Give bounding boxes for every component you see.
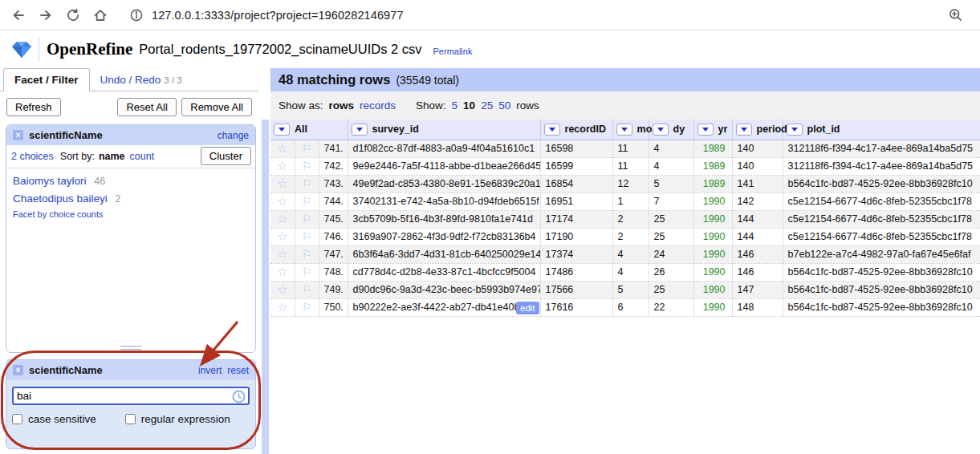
cell-plot-id[interactable]: 312118f6-f394-4c17-a4ee-869a14ba5d75 bbox=[783, 140, 980, 157]
cell-dy[interactable]: 5 bbox=[649, 175, 693, 193]
cluster-button[interactable]: Cluster bbox=[201, 147, 251, 165]
cell-recordid[interactable]: 17174 bbox=[540, 210, 612, 228]
flag-cell[interactable]: ⚐ bbox=[295, 193, 319, 210]
forward-icon[interactable] bbox=[32, 3, 59, 27]
cell-mo[interactable]: 6 bbox=[612, 298, 649, 316]
sort-name-option[interactable]: name bbox=[99, 151, 125, 162]
show-as-rows-option[interactable]: rows bbox=[329, 99, 355, 111]
cell-period[interactable]: 144 bbox=[732, 210, 783, 228]
cell-mo[interactable]: 2 bbox=[612, 228, 649, 245]
choice-link[interactable]: Chaetodipus baileyi bbox=[13, 193, 108, 205]
reset-all-button[interactable]: Reset All bbox=[117, 98, 176, 116]
cell-recordid[interactable]: 17486 bbox=[540, 263, 612, 281]
case-sensitive-option[interactable]: case sensitive bbox=[12, 413, 96, 425]
flag-cell[interactable]: ⚐ bbox=[295, 281, 319, 298]
cell-yr[interactable]: 1990 bbox=[693, 298, 732, 316]
page-size-10-selected[interactable]: 10 bbox=[463, 99, 475, 111]
cell-plot-id[interactable]: b564c1fc-bd87-4525-92ee-8bb36928fc10 bbox=[783, 263, 980, 281]
cell-survey-id[interactable]: d1f082cc-87df-4883-a0a9-4f04a51610c1 bbox=[348, 140, 540, 157]
cell-recordid[interactable]: 17566 bbox=[540, 281, 612, 298]
cell-survey-id[interactable]: 49e9f2ad-c853-4380-8e91-15e6839c20a1 bbox=[348, 175, 540, 193]
flag-cell[interactable]: ⚐ bbox=[295, 245, 319, 263]
cell-recordid[interactable]: 16598 bbox=[540, 140, 612, 157]
regular-expression-checkbox[interactable] bbox=[125, 414, 136, 424]
cell-survey-id[interactable]: 9e9e2446-7a5f-4118-abbe-d1beae266d45 bbox=[348, 157, 540, 175]
choice-link[interactable]: Baiomys taylori bbox=[13, 175, 87, 187]
panel-resize-divider[interactable] bbox=[262, 120, 269, 454]
page-size-5[interactable]: 5 bbox=[452, 99, 458, 111]
edit-badge[interactable]: edit bbox=[516, 302, 539, 314]
cell-survey-id[interactable]: b90222e2-ae3f-4422-ab27-db41e40b8edit bbox=[348, 298, 540, 316]
close-icon[interactable]: × bbox=[13, 365, 23, 375]
zoom-page-icon[interactable] bbox=[941, 3, 969, 27]
cell-plot-id[interactable]: 312118f6-f394-4c17-a4ee-869a14ba5d75 bbox=[783, 157, 980, 175]
cell-plot-id[interactable]: c5e12154-6677-4d6c-8feb-52355cbc1f78 bbox=[783, 228, 980, 245]
cell-recordid[interactable]: 16854 bbox=[540, 175, 612, 193]
text-filter-input[interactable] bbox=[12, 387, 250, 405]
cell-period[interactable]: 142 bbox=[732, 193, 783, 210]
star-cell[interactable]: ☆ bbox=[270, 263, 295, 281]
cell-period[interactable]: 147 bbox=[732, 281, 783, 298]
cell-period[interactable]: 148 bbox=[732, 298, 783, 316]
star-cell[interactable]: ☆ bbox=[270, 281, 295, 298]
cell-dy[interactable]: 25 bbox=[649, 228, 693, 245]
cell-period[interactable]: 146 bbox=[732, 263, 783, 281]
cell-plot-id[interactable]: c5e12154-6677-4d6c-8feb-52355cbc1f78 bbox=[783, 210, 980, 228]
column-menu-icon[interactable] bbox=[616, 124, 632, 136]
cell-survey-id[interactable]: d90dc96c-9a3d-423c-beec-b5993b974e97 bbox=[348, 281, 540, 298]
star-cell[interactable]: ☆ bbox=[270, 228, 295, 245]
star-cell[interactable]: ☆ bbox=[270, 298, 295, 316]
cell-plot-id[interactable]: c5e12154-6677-4d6c-8feb-52355cbc1f78 bbox=[783, 193, 980, 210]
page-size-25[interactable]: 25 bbox=[481, 99, 493, 111]
flag-cell[interactable]: ⚐ bbox=[295, 263, 319, 281]
cell-dy[interactable]: 25 bbox=[649, 210, 693, 228]
column-menu-icon[interactable] bbox=[653, 124, 669, 136]
cell-dy[interactable]: 25 bbox=[649, 281, 693, 298]
cell-mo[interactable]: 11 bbox=[612, 157, 649, 175]
flag-cell[interactable]: ⚐ bbox=[295, 175, 319, 193]
cell-dy[interactable]: 26 bbox=[649, 263, 693, 281]
cell-period[interactable]: 140 bbox=[732, 157, 783, 175]
column-menu-icon[interactable] bbox=[352, 124, 368, 136]
cell-mo[interactable]: 4 bbox=[612, 245, 649, 263]
cell-yr[interactable]: 1990 bbox=[693, 210, 732, 228]
cell-dy[interactable]: 22 bbox=[649, 298, 693, 316]
cell-survey-id[interactable]: 3cb5709b-5f16-4b3f-89fd-9810fa1e741d bbox=[348, 210, 540, 228]
cell-yr[interactable]: 1990 bbox=[693, 193, 732, 210]
invert-link[interactable]: invert bbox=[198, 365, 222, 376]
star-cell[interactable]: ☆ bbox=[270, 193, 295, 210]
back-icon[interactable] bbox=[5, 3, 32, 27]
cell-yr[interactable]: 1989 bbox=[693, 140, 732, 157]
cell-survey-id[interactable]: cd778d4c-d2b8-4e33-87c1-4bcfcc9f5004 bbox=[348, 263, 540, 281]
cell-yr[interactable]: 1990 bbox=[693, 281, 732, 298]
reload-icon[interactable] bbox=[59, 3, 87, 27]
cell-recordid[interactable]: 17616 bbox=[540, 298, 612, 316]
facet-by-choice-counts-link[interactable]: Facet by choice counts bbox=[13, 209, 249, 219]
close-icon[interactable]: × bbox=[13, 130, 23, 140]
cell-dy[interactable]: 4 bbox=[649, 157, 693, 175]
cell-plot-id[interactable]: b564c1fc-bd87-4525-92ee-8bb36928fc10 bbox=[783, 175, 980, 193]
cell-recordid[interactable]: 17190 bbox=[540, 228, 612, 245]
star-cell[interactable]: ☆ bbox=[270, 140, 295, 157]
cell-dy[interactable]: 24 bbox=[649, 245, 693, 263]
cell-mo[interactable]: 5 bbox=[612, 281, 649, 298]
cell-survey-id[interactable]: 6b3f64a6-3dd7-4d31-81cb-640250029e14 bbox=[348, 245, 540, 263]
cell-plot-id[interactable]: b564c1fc-bd87-4525-92ee-8bb36928fc10 bbox=[783, 298, 980, 316]
cell-recordid[interactable]: 16599 bbox=[540, 157, 612, 175]
cell-yr[interactable]: 1989 bbox=[693, 175, 732, 193]
star-cell[interactable]: ☆ bbox=[270, 157, 295, 175]
cell-plot-id[interactable]: b564c1fc-bd87-4525-92ee-8bb36928fc10 bbox=[783, 281, 980, 298]
column-menu-icon[interactable] bbox=[736, 124, 752, 136]
flag-cell[interactable]: ⚐ bbox=[295, 298, 319, 316]
column-menu-icon[interactable] bbox=[274, 124, 290, 136]
cell-dy[interactable]: 4 bbox=[649, 140, 693, 157]
change-link[interactable]: change bbox=[218, 130, 249, 141]
column-menu-icon[interactable] bbox=[544, 124, 560, 136]
flag-cell[interactable]: ⚐ bbox=[295, 228, 319, 245]
cell-yr[interactable]: 1990 bbox=[693, 245, 732, 263]
flag-cell[interactable]: ⚐ bbox=[295, 157, 319, 175]
cell-yr[interactable]: 1990 bbox=[693, 263, 732, 281]
choices-link[interactable]: 2 choices bbox=[11, 151, 54, 162]
cell-period[interactable]: 144 bbox=[732, 228, 783, 245]
cell-period[interactable]: 140 bbox=[732, 140, 783, 157]
